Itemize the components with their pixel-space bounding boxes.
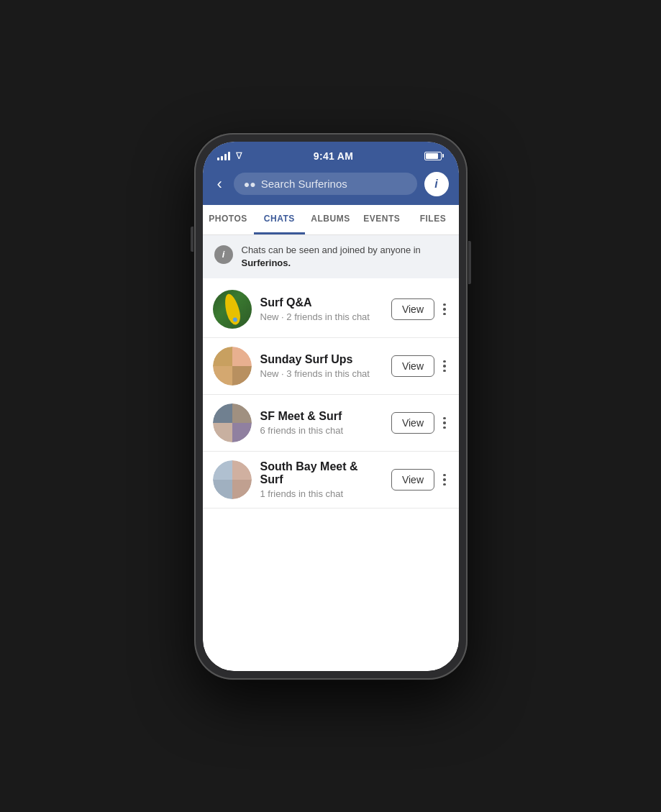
phone-screen: ∇ 9:41 AM ‹ ●● Search Surferinos	[203, 142, 459, 671]
chat-avatar-sunday	[213, 347, 252, 386]
chat-item-sf-meet: SF Meet & Surf 6 friends in this chat Vi…	[203, 395, 459, 452]
chat-info-sunday: Sunday Surf Ups New · 3 friends in this …	[260, 353, 383, 379]
wifi-icon: ∇	[236, 150, 242, 161]
tab-files[interactable]: FILES	[407, 205, 458, 234]
surfboard-icon	[222, 292, 242, 326]
more-button-sf[interactable]	[440, 414, 449, 432]
tab-events[interactable]: EVENTS	[356, 205, 407, 234]
chat-name-sf: SF Meet & Surf	[260, 410, 383, 423]
chat-list: Surf Q&A New · 2 friends in this chat Vi…	[203, 281, 459, 671]
signal-icon	[217, 152, 230, 160]
tab-albums[interactable]: ALBUMS	[305, 205, 356, 234]
chat-avatar-sf	[213, 403, 252, 442]
more-button-surf-qa[interactable]	[440, 301, 449, 319]
view-button-sunday[interactable]: View	[391, 355, 434, 377]
chat-item-south-bay: South Bay Meet & Surf 1 friends in this …	[203, 452, 459, 508]
view-button-sf[interactable]: View	[391, 412, 434, 434]
banner-text: Chats can be seen and joined by anyone i…	[242, 244, 447, 270]
chat-sub-sunday: New · 3 friends in this chat	[260, 368, 383, 379]
header: ‹ ●● Search Surferinos i	[203, 166, 459, 205]
chat-sub-surf-qa: New · 2 friends in this chat	[260, 311, 383, 322]
search-bar[interactable]: ●● Search Surferinos	[234, 173, 417, 195]
battery-icon	[424, 152, 444, 160]
back-button[interactable]: ‹	[213, 175, 227, 193]
info-button[interactable]: i	[424, 172, 449, 196]
view-button-surf-qa[interactable]: View	[391, 298, 434, 320]
chat-item-sunday-surf: Sunday Surf Ups New · 3 friends in this …	[203, 338, 459, 395]
chat-item-surf-qa: Surf Q&A New · 2 friends in this chat Vi…	[203, 281, 459, 338]
chat-actions-sf: View	[391, 412, 449, 434]
view-button-south[interactable]: View	[391, 469, 434, 491]
chat-name-surf-qa: Surf Q&A	[260, 296, 383, 309]
tab-bar: PHOTOS CHATS ALBUMS EVENTS FILES	[203, 205, 459, 235]
more-button-south[interactable]	[440, 471, 449, 489]
info-label: i	[434, 178, 437, 191]
status-left: ∇	[217, 150, 242, 161]
chat-actions-south: View	[391, 469, 449, 491]
banner-text-bold: Surferinos.	[242, 257, 291, 268]
banner-info-label: i	[222, 249, 225, 260]
phone-frame: ∇ 9:41 AM ‹ ●● Search Surferinos	[194, 133, 468, 680]
status-bar: ∇ 9:41 AM	[203, 142, 459, 166]
app-screen: ∇ 9:41 AM ‹ ●● Search Surferinos	[203, 142, 459, 671]
banner-text-plain: Chats can be seen and joined by anyone i…	[242, 245, 421, 255]
chat-sub-south: 1 friends in this chat	[260, 488, 383, 499]
chat-name-south: South Bay Meet & Surf	[260, 460, 383, 486]
chat-info-surf-qa: Surf Q&A New · 2 friends in this chat	[260, 296, 383, 322]
chat-avatar-surf-qa	[213, 290, 252, 329]
more-button-sunday[interactable]	[440, 357, 449, 375]
search-icon: ●●	[244, 178, 256, 190]
chat-name-sunday: Sunday Surf Ups	[260, 353, 383, 366]
chat-actions-surf-qa: View	[391, 298, 449, 320]
chat-info-sf: SF Meet & Surf 6 friends in this chat	[260, 410, 383, 436]
search-placeholder: Search Surferinos	[261, 178, 347, 190]
chat-sub-sf: 6 friends in this chat	[260, 425, 383, 436]
tab-photos[interactable]: PHOTOS	[203, 205, 254, 234]
chat-info-south: South Bay Meet & Surf 1 friends in this …	[260, 460, 383, 499]
chat-actions-sunday: View	[391, 355, 449, 377]
info-banner: i Chats can be seen and joined by anyone…	[203, 235, 459, 278]
chat-avatar-south	[213, 460, 252, 499]
status-time: 9:41 AM	[314, 150, 353, 162]
info-circle-icon: i	[214, 245, 233, 264]
tab-chats[interactable]: CHATS	[254, 205, 305, 234]
